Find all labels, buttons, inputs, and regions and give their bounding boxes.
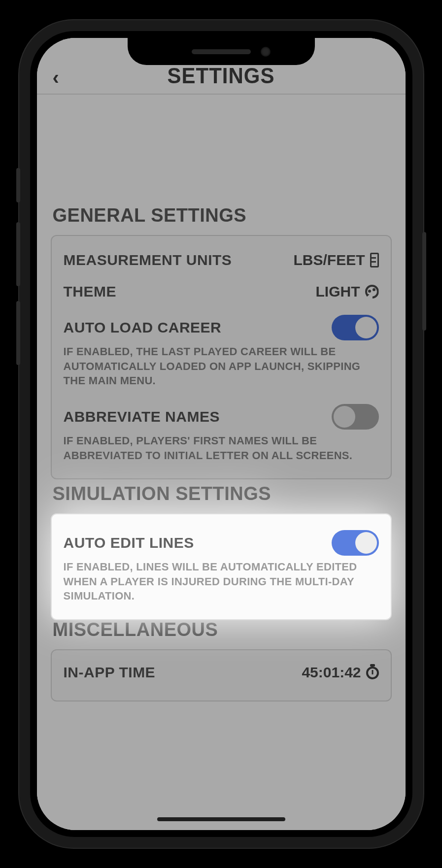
top-spacer (51, 95, 392, 193)
in-app-time-label: IN-APP TIME (64, 664, 156, 681)
auto-edit-lines-toggle[interactable] (332, 530, 379, 556)
auto-edit-lines-row: AUTO EDIT LINES (64, 519, 379, 560)
in-app-time-row: IN-APP TIME 45:01:42 (64, 655, 379, 690)
abbreviate-names-row: ABBREVIATE NAMES (64, 393, 379, 434)
auto-edit-lines-label: AUTO EDIT LINES (64, 534, 194, 551)
palette-icon (365, 285, 379, 299)
volume-up-button (16, 222, 20, 286)
measurement-units-row[interactable]: MEASUREMENT UNITS LBS/FEET (64, 241, 379, 272)
simulation-settings-title: SIMULATION SETTINGS (53, 483, 390, 504)
page-title: SETTINGS (167, 63, 274, 88)
speaker-grill (192, 49, 251, 54)
back-button[interactable]: ‹ (53, 67, 59, 89)
screen: ‹ SETTINGS GENERAL SETTINGS MEASUREMENT … (37, 38, 406, 830)
simulation-settings-card: AUTO EDIT LINES IF ENABLED, LINES WILL B… (51, 513, 392, 620)
theme-value: LIGHT (316, 283, 360, 300)
general-settings-title: GENERAL SETTINGS (53, 205, 390, 226)
home-indicator[interactable] (157, 817, 285, 821)
notch (128, 38, 315, 65)
content-scroll[interactable]: GENERAL SETTINGS MEASUREMENT UNITS LBS/F… (37, 95, 406, 830)
settings-page: ‹ SETTINGS GENERAL SETTINGS MEASUREMENT … (37, 38, 406, 830)
abbreviate-names-desc: IF ENABLED, PLAYERS' FIRST NAMES WILL BE… (64, 434, 379, 467)
front-camera (261, 47, 271, 57)
auto-load-career-row: AUTO LOAD CAREER (64, 304, 379, 344)
measurement-units-value: LBS/FEET (293, 252, 365, 268)
theme-label: THEME (64, 283, 117, 300)
volume-down-button (16, 301, 20, 365)
general-settings-card: MEASUREMENT UNITS LBS/FEET THEME LIGHT (51, 235, 392, 479)
auto-load-career-desc: IF ENABLED, THE LAST PLAYED CAREER WILL … (64, 344, 379, 393)
auto-load-career-label: AUTO LOAD CAREER (64, 319, 222, 336)
phone-inner: ‹ SETTINGS GENERAL SETTINGS MEASUREMENT … (30, 31, 412, 837)
ruler-icon (370, 253, 379, 267)
theme-row[interactable]: THEME LIGHT (64, 272, 379, 304)
abbreviate-names-toggle[interactable] (332, 404, 379, 430)
misc-title: MISCELLANEOUS (53, 619, 390, 640)
misc-card: IN-APP TIME 45:01:42 (51, 649, 392, 701)
auto-load-career-toggle[interactable] (332, 315, 379, 340)
power-button (422, 232, 426, 331)
phone-frame: ‹ SETTINGS GENERAL SETTINGS MEASUREMENT … (19, 20, 423, 848)
mute-switch (16, 168, 20, 202)
stopwatch-icon (366, 667, 379, 679)
auto-edit-lines-desc: IF ENABLED, LINES WILL BE AUTOMATICALLY … (64, 560, 379, 608)
abbreviate-names-label: ABBREVIATE NAMES (64, 408, 220, 425)
in-app-time-value: 45:01:42 (302, 664, 361, 681)
simulation-highlight: SIMULATION SETTINGS AUTO EDIT LINES IF E… (51, 471, 392, 620)
measurement-units-label: MEASUREMENT UNITS (64, 252, 232, 268)
